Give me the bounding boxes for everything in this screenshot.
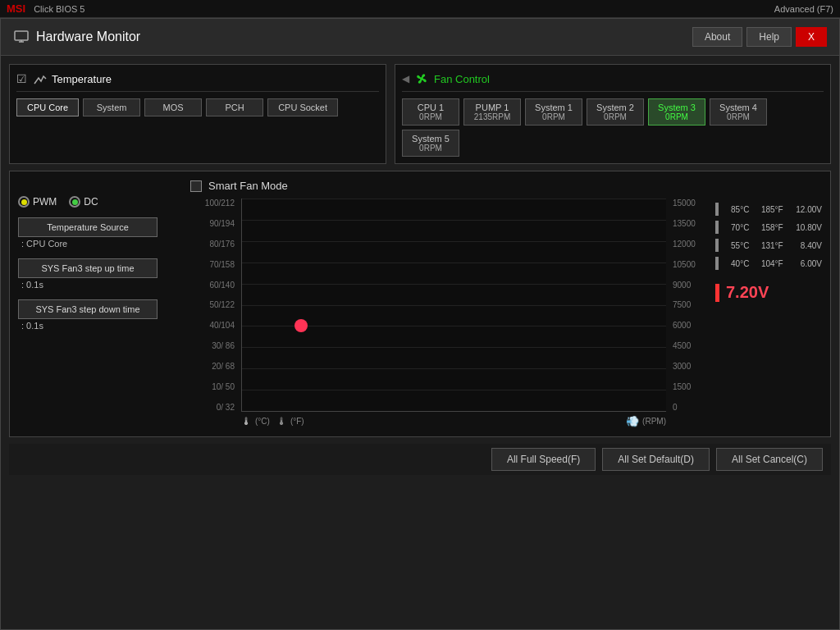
legend-volt-0: 12.00V: [788, 205, 822, 214]
grid-line-4: [242, 284, 666, 285]
title-bar-left: Hardware Monitor: [13, 29, 140, 45]
fan-btn-system4-rpm: 0RPM: [719, 112, 758, 121]
fan-icon: [414, 71, 429, 86]
temp-btn-cpu-core[interactable]: CPU Core: [16, 98, 79, 116]
pwm-label: PWM: [33, 196, 57, 208]
fan-btn-system5-label: System 5: [412, 134, 450, 144]
step-up-group: SYS Fan3 step up time : 0.1s: [18, 258, 182, 290]
thermometer2-icon: 🌡: [276, 415, 287, 427]
fan-panel-title: Fan Control: [434, 73, 490, 85]
legend-volt-2: 8.40V: [788, 241, 822, 250]
y-labels-right: 15000 13500 12000 10500 9000 7500 6000 4…: [669, 199, 709, 412]
temp-btn-mos[interactable]: MOS: [144, 98, 202, 116]
temp-btn-cpu-socket[interactable]: CPU Socket: [267, 98, 338, 116]
monitor-icon: [13, 29, 30, 45]
legend-temp-c-2: 55°C: [724, 241, 749, 250]
window-title: Hardware Monitor: [36, 30, 140, 44]
fan-panel-header: ◀ Fan Control: [402, 71, 824, 92]
top-panels: ☑ Temperature CPU Core System MOS PCH CP…: [9, 64, 831, 164]
step-down-group: SYS Fan3 step down time : 0.1s: [18, 299, 182, 331]
about-button[interactable]: About: [692, 27, 742, 47]
rpm-label-4: 9000: [673, 281, 691, 290]
fan-btn-system1[interactable]: System 1 0RPM: [525, 98, 582, 126]
fan-axis-icon: 💨: [626, 415, 639, 427]
temp-source-value: : CPU Core: [18, 239, 182, 249]
temp-source-button[interactable]: Temperature Source: [18, 217, 158, 237]
legend-temp-f-0: 185°F: [754, 205, 783, 214]
title-bar-right: About Help X: [692, 27, 827, 47]
fahrenheit-label: (°F): [290, 417, 304, 426]
fan-btn-system4-label: System 4: [719, 103, 757, 112]
fan-btn-pump1[interactable]: PUMP 1 2135RPM: [463, 98, 521, 126]
y-label-0: 100/212: [205, 199, 235, 208]
main-window: Hardware Monitor About Help X ☑ Temperat…: [0, 18, 840, 630]
fan-btn-system1-rpm: 0RPM: [534, 112, 573, 121]
temp-btn-pch[interactable]: PCH: [206, 98, 263, 116]
y-label-1: 90/194: [209, 219, 235, 228]
legend-bar-1: [715, 221, 719, 234]
content-area: ☑ Temperature CPU Core System MOS PCH CP…: [1, 56, 839, 483]
all-set-default-button[interactable]: All Set Default(D): [602, 448, 710, 471]
rpm-label-10: 0: [673, 403, 678, 412]
legend-volt-3: 6.00V: [788, 259, 822, 268]
advanced-mode[interactable]: Advanced (F7): [774, 4, 833, 14]
chart-and-legend: 100/212 90/194 80/176 70/158 60/140 50/1…: [190, 199, 822, 428]
legend-bar-3: [715, 257, 719, 270]
rpm-label-2: 12000: [673, 240, 696, 249]
grid-line-1: [242, 220, 666, 221]
fan-btn-system3-label: System 3: [658, 103, 696, 112]
grid-line-5: [242, 305, 666, 306]
fan-btn-cpu1-label: CPU 1: [418, 103, 444, 112]
rpm-label-3: 10500: [673, 260, 696, 269]
rpm-label-9: 1500: [673, 382, 691, 391]
y-label-2: 80/176: [209, 240, 235, 249]
fan-btn-system2[interactable]: System 2 0RPM: [587, 98, 644, 126]
smart-fan-header: Smart Fan Mode: [190, 180, 822, 192]
help-button[interactable]: Help: [746, 27, 792, 47]
temp-checkbox-icon: ☑: [16, 72, 27, 85]
chart-inner[interactable]: [241, 199, 666, 412]
all-full-speed-button[interactable]: All Full Speed(F): [491, 448, 596, 471]
fan-btn-system4[interactable]: System 4 0RPM: [710, 98, 767, 126]
fan-btn-system5[interactable]: System 5 0RPM: [402, 130, 459, 157]
all-set-cancel-button[interactable]: All Set Cancel(C): [716, 448, 823, 471]
temp-source-group: Temperature Source : CPU Core: [18, 217, 182, 249]
svg-rect-0: [15, 31, 28, 40]
y-label-10: 0/ 32: [217, 403, 235, 412]
dc-radio[interactable]: DC: [69, 196, 98, 208]
step-up-value: : 0.1s: [18, 280, 182, 290]
rpm-axis-label: 💨 (RPM): [626, 415, 666, 427]
temp-panel-header: ☑ Temperature: [16, 71, 379, 92]
temp-axis-label: 🌡 (°C) 🌡 (°F): [241, 415, 304, 427]
fan-btn-system3[interactable]: System 3 0RPM: [648, 98, 705, 126]
back-arrow-icon: ◀: [402, 73, 409, 84]
legend-temp-c-0: 85°C: [724, 205, 749, 214]
grid-line-0: [242, 199, 666, 199]
temp-btn-system[interactable]: System: [83, 98, 140, 116]
step-down-button[interactable]: SYS Fan3 step down time: [18, 299, 158, 319]
rpm-label-6: 6000: [673, 321, 691, 330]
grid-line-9: [242, 390, 666, 390]
step-up-button[interactable]: SYS Fan3 step up time: [18, 258, 158, 278]
chart-control-dot[interactable]: [294, 319, 308, 332]
legend-bar-2: [715, 239, 719, 252]
legend-row-1: 70°C 158°F 10.80V: [715, 221, 822, 234]
close-button[interactable]: X: [796, 27, 827, 47]
legend-bar-0: [715, 203, 719, 216]
pwm-dc-row: PWM DC: [18, 196, 182, 208]
voltage-reading: 7.20V: [726, 283, 769, 302]
celsius-label: (°C): [255, 417, 270, 426]
temp-panel-title: Temperature: [52, 73, 112, 85]
msi-logo: MSI: [7, 2, 25, 15]
fan-buttons-group: CPU 1 0RPM PUMP 1 2135RPM System 1 0RPM …: [402, 98, 824, 157]
step-down-value: : 0.1s: [18, 321, 182, 331]
fan-btn-cpu1[interactable]: CPU 1 0RPM: [402, 98, 459, 126]
rpm-label-1: 13500: [673, 219, 696, 228]
legend-temp-f-3: 104°F: [754, 259, 783, 268]
fan-btn-system2-label: System 2: [596, 103, 634, 112]
legend-row-3: 40°C 104°F 6.00V: [715, 257, 822, 270]
pwm-radio[interactable]: PWM: [18, 196, 57, 208]
smart-fan-checkbox[interactable]: [190, 180, 202, 192]
fan-btn-system5-rpm: 0RPM: [411, 144, 450, 153]
rpm-label-8: 3000: [673, 362, 691, 371]
